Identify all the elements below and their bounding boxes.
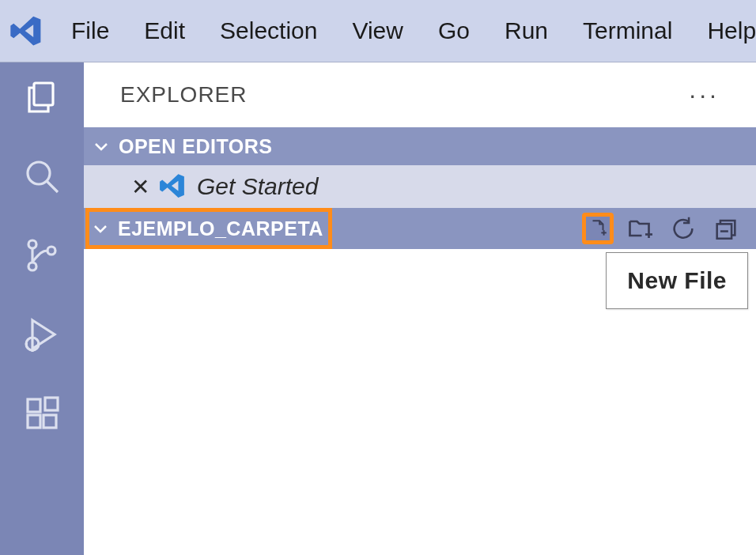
svg-rect-13 xyxy=(45,398,58,410)
menu-terminal[interactable]: Terminal xyxy=(576,14,679,47)
new-folder-button[interactable] xyxy=(625,213,656,244)
svg-rect-10 xyxy=(28,399,40,412)
menu-edit[interactable]: Edit xyxy=(138,14,191,47)
folder-header[interactable]: EJEMPLO_CARPETA xyxy=(84,208,756,249)
refresh-button[interactable] xyxy=(667,213,699,244)
explorer-sidebar: EXPLORER ··· OPEN EDITORS ✕ Get Started xyxy=(84,62,756,555)
chevron-down-icon xyxy=(91,218,110,239)
new-file-button[interactable] xyxy=(582,213,614,244)
collapse-all-button[interactable] xyxy=(710,213,742,244)
run-debug-icon[interactable] xyxy=(21,314,62,355)
svg-rect-0 xyxy=(34,83,53,105)
svg-line-2 xyxy=(47,181,58,192)
menu-go[interactable]: Go xyxy=(432,14,476,47)
svg-rect-12 xyxy=(43,415,56,428)
svg-point-5 xyxy=(47,247,55,255)
sidebar-header: EXPLORER ··· xyxy=(84,62,756,127)
more-actions-icon[interactable]: ··· xyxy=(689,81,720,110)
extensions-icon[interactable] xyxy=(21,393,62,434)
svg-point-4 xyxy=(28,262,36,270)
search-icon[interactable] xyxy=(21,156,62,197)
svg-rect-11 xyxy=(28,415,40,428)
menu-help[interactable]: Help xyxy=(701,14,756,47)
body-container: EXPLORER ··· OPEN EDITORS ✕ Get Started xyxy=(0,62,756,555)
source-control-icon[interactable] xyxy=(21,235,62,276)
vscode-logo-icon xyxy=(9,13,43,49)
activity-bar xyxy=(0,62,84,555)
vscode-file-icon xyxy=(159,172,187,201)
folder-actions xyxy=(582,213,748,244)
folder-label-highlight: EJEMPLO_CARPETA xyxy=(85,208,332,249)
menu-selection[interactable]: Selection xyxy=(214,14,323,47)
open-editors-header[interactable]: OPEN EDITORS xyxy=(84,127,756,165)
menubar: File Edit Selection View Go Run Terminal… xyxy=(0,0,756,62)
sidebar-title: EXPLORER xyxy=(120,82,248,108)
menu-run[interactable]: Run xyxy=(498,14,554,47)
editor-item[interactable]: ✕ Get Started xyxy=(84,165,756,208)
explorer-icon[interactable] xyxy=(21,77,62,118)
folder-label: EJEMPLO_CARPETA xyxy=(118,217,323,240)
new-file-tooltip: New File xyxy=(606,252,748,309)
svg-point-3 xyxy=(28,240,36,248)
editor-item-label: Get Started xyxy=(197,173,318,200)
open-editors-label: OPEN EDITORS xyxy=(119,135,272,158)
menu-view[interactable]: View xyxy=(346,14,409,47)
chevron-down-icon xyxy=(92,136,111,157)
menu-file[interactable]: File xyxy=(65,14,115,47)
close-icon[interactable]: ✕ xyxy=(131,174,149,200)
svg-point-1 xyxy=(28,162,50,184)
